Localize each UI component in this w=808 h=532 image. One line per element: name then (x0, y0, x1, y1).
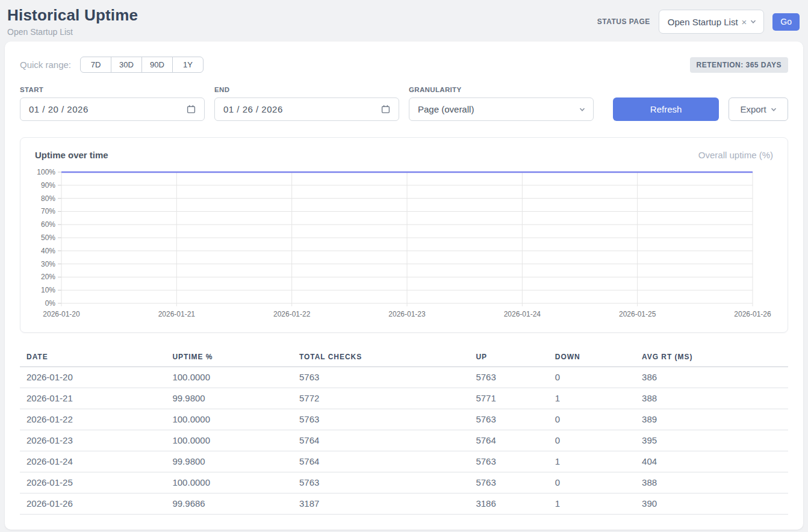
clear-selection-icon[interactable]: × (742, 17, 747, 26)
svg-text:2026-01-22: 2026-01-22 (273, 310, 311, 318)
svg-text:30%: 30% (41, 260, 55, 268)
svg-text:0%: 0% (45, 299, 56, 308)
column-header: DOWN (549, 348, 635, 367)
svg-text:2026-01-20: 2026-01-20 (43, 310, 80, 318)
start-date-label: START (20, 86, 205, 93)
svg-text:100%: 100% (37, 168, 55, 176)
granularity-label: GRANULARITY (409, 86, 594, 93)
end-date-label: END (214, 86, 399, 93)
table-cell: 2026-01-21 (20, 388, 166, 409)
svg-text:50%: 50% (41, 234, 55, 242)
start-date-field: START 01 / 20 / 2026 (20, 86, 205, 121)
end-date-input[interactable]: 01 / 26 / 2026 (214, 97, 399, 121)
svg-text:2026-01-25: 2026-01-25 (619, 310, 656, 318)
table-cell: 5764 (293, 430, 469, 451)
quick-range-1y[interactable]: 1Y (172, 57, 204, 73)
table-cell: 100.0000 (166, 367, 293, 388)
chevron-down-icon (579, 107, 585, 113)
page-header: Historical Uptime Open Startup List STAT… (0, 0, 808, 42)
svg-text:2026-01-21: 2026-01-21 (158, 310, 196, 318)
table-cell: 386 (635, 367, 788, 388)
calendar-icon[interactable] (186, 104, 196, 114)
table-cell: 1 (549, 493, 635, 515)
filters-row: START 01 / 20 / 2026 END 01 / 26 / 2026 … (20, 86, 788, 121)
page-subtitle: Open Startup List (7, 27, 138, 37)
uptime-chart-card: Uptime over time Overall uptime (%) 0%10… (20, 137, 788, 333)
svg-text:2026-01-24: 2026-01-24 (504, 310, 541, 318)
uptime-chart: 0%10%20%30%40%50%60%70%80%90%100%2026-01… (35, 166, 773, 324)
table-cell: 99.9800 (166, 451, 293, 472)
chart-title: Uptime over time (35, 150, 108, 160)
column-header: UP (469, 348, 548, 367)
table-cell: 388 (635, 472, 788, 493)
uptime-table: DATEUPTIME %TOTAL CHECKSUPDOWNAVG RT (MS… (20, 348, 788, 515)
table-header-row: DATEUPTIME %TOTAL CHECKSUPDOWNAVG RT (MS… (20, 348, 788, 367)
table-cell: 5772 (293, 388, 469, 409)
table-cell: 389 (635, 409, 788, 430)
table-cell: 5763 (469, 409, 548, 430)
table-cell: 1 (549, 388, 635, 409)
table-cell: 2026-01-25 (20, 472, 166, 493)
quick-range-row: Quick range: 7D30D90D1Y RETENTION: 365 D… (20, 57, 788, 73)
table-cell: 404 (635, 451, 788, 472)
table-cell: 2026-01-20 (20, 367, 166, 388)
svg-text:70%: 70% (41, 207, 55, 215)
table-cell: 2026-01-26 (20, 493, 166, 515)
export-button[interactable]: Export (729, 97, 788, 121)
table-row: 2026-01-2199.9800577257711388 (20, 388, 788, 409)
quick-range-30d[interactable]: 30D (111, 57, 142, 73)
granularity-select[interactable]: Page (overall) (409, 97, 594, 121)
table-cell: 99.9686 (166, 493, 293, 515)
quick-range-label: Quick range: (20, 60, 71, 70)
table-cell: 388 (635, 388, 788, 409)
table-cell: 5763 (469, 451, 548, 472)
start-date-input[interactable]: 01 / 20 / 2026 (20, 97, 205, 121)
status-page-selected-value: Open Startup List (668, 17, 738, 27)
column-header: TOTAL CHECKS (293, 348, 469, 367)
column-header: DATE (20, 348, 166, 367)
svg-text:2026-01-26: 2026-01-26 (734, 310, 771, 318)
table-cell: 390 (635, 493, 788, 515)
table-row: 2026-01-2699.9686318731861390 (20, 493, 788, 515)
table-cell: 0 (549, 430, 635, 451)
chevron-down-icon (771, 107, 777, 113)
chart-legend: Overall uptime (%) (698, 150, 773, 160)
table-cell: 5763 (469, 367, 548, 388)
table-cell: 5763 (293, 472, 469, 493)
column-header: UPTIME % (166, 348, 293, 367)
table-cell: 5763 (469, 472, 548, 493)
page-heading: Historical Uptime Open Startup List (7, 6, 138, 37)
quick-range-90d[interactable]: 90D (141, 57, 173, 73)
svg-text:90%: 90% (41, 181, 55, 190)
svg-text:20%: 20% (41, 273, 55, 281)
table-cell: 5763 (293, 409, 469, 430)
retention-badge: RETENTION: 365 DAYS (690, 57, 788, 73)
svg-text:10%: 10% (41, 286, 55, 294)
table-cell: 5764 (469, 430, 548, 451)
svg-text:60%: 60% (41, 220, 55, 229)
table-cell: 100.0000 (166, 430, 293, 451)
end-date-value: 01 / 26 / 2026 (223, 104, 283, 114)
table-row: 2026-01-25100.0000576357630388 (20, 472, 788, 493)
table-cell: 5764 (293, 451, 469, 472)
calendar-icon[interactable] (381, 104, 391, 114)
table-row: 2026-01-2499.9800576457631404 (20, 451, 788, 472)
go-button[interactable]: Go (772, 13, 800, 31)
table-cell: 0 (549, 472, 635, 493)
refresh-button[interactable]: Refresh (613, 97, 719, 121)
table-cell: 5771 (469, 388, 548, 409)
quick-range-7d[interactable]: 7D (80, 57, 111, 73)
table-cell: 0 (549, 409, 635, 430)
quick-range-group: 7D30D90D1Y (80, 57, 204, 73)
status-page-label: STATUS PAGE (597, 17, 650, 26)
table-row: 2026-01-22100.0000576357630389 (20, 409, 788, 430)
status-page-select[interactable]: Open Startup List × (659, 10, 765, 34)
table-cell: 100.0000 (166, 409, 293, 430)
main-panel: Quick range: 7D30D90D1Y RETENTION: 365 D… (5, 42, 803, 530)
table-row: 2026-01-20100.0000576357630386 (20, 367, 788, 388)
svg-text:80%: 80% (41, 194, 55, 203)
table-cell: 100.0000 (166, 472, 293, 493)
table-body: 2026-01-20100.00005763576303862026-01-21… (20, 367, 788, 515)
table-cell: 2026-01-22 (20, 409, 166, 430)
table-cell: 2026-01-24 (20, 451, 166, 472)
